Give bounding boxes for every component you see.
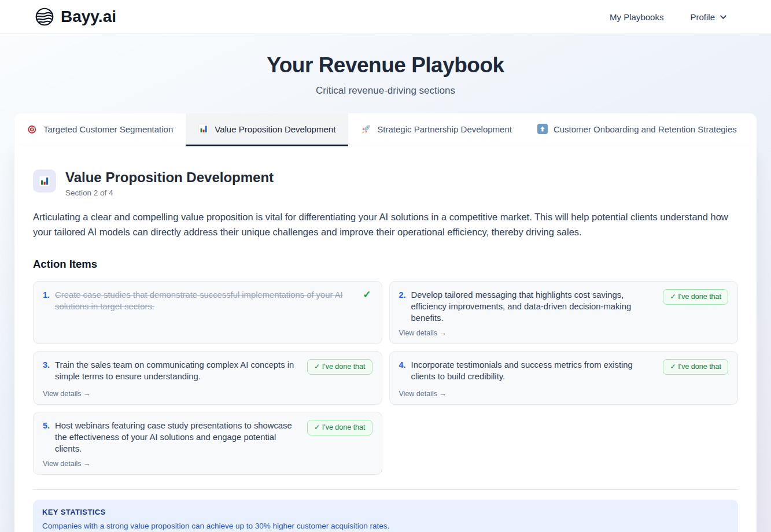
key-statistics-heading: KEY STATISTICS — [42, 508, 729, 516]
action-item-card-4: 4. Incorporate testimonials and success … — [389, 351, 739, 405]
ive-done-that-button[interactable]: ✓ I've done that — [663, 359, 728, 375]
brand-name: Bayy.ai — [61, 8, 116, 26]
section-title: Value Proposition Development — [65, 169, 274, 186]
item-number: 4. — [399, 359, 406, 371]
section-header: Value Proposition Development Section 2 … — [33, 169, 738, 197]
item-number: 5. — [43, 420, 50, 431]
ive-done-that-button[interactable]: ✓ I've done that — [307, 359, 372, 375]
item-number: 3. — [43, 359, 50, 371]
divider — [33, 489, 738, 490]
item-text: Create case studies that demonstrate suc… — [55, 289, 357, 312]
bayy-globe-icon — [35, 7, 54, 27]
item-text: Host webinars featuring case study prese… — [55, 420, 302, 455]
tab-strategic-partnership-development[interactable]: Strategic Partnership Development — [348, 113, 525, 146]
tab-value-proposition-development[interactable]: Value Proposition Development — [186, 113, 348, 146]
ive-done-that-button[interactable]: ✓ I've done that — [307, 420, 372, 435]
page-subtitle: Critical revenue-driving sections — [0, 85, 771, 97]
item-number: 1. — [43, 289, 50, 301]
tab-label: Value Proposition Development — [215, 124, 335, 134]
bar-chart-icon — [198, 124, 209, 134]
top-bar: Bayy.ai My Playbooks Profile — [0, 0, 771, 34]
action-items-grid: 1. Create case studies that demonstrate … — [33, 281, 738, 475]
key-statistics-box: KEY STATISTICS Companies with a strong v… — [33, 500, 738, 532]
target-icon — [27, 124, 38, 134]
action-item-card-3: 3. Train the sales team on communicating… — [33, 351, 382, 405]
profile-label: Profile — [690, 12, 715, 22]
nav-my-playbooks[interactable]: My Playbooks — [610, 12, 663, 22]
section-bar-chart-icon — [33, 169, 56, 193]
playbook-container: Targeted Customer Segmentation Value Pro… — [14, 113, 757, 532]
key-statistics-text: Companies with a strong value propositio… — [42, 522, 729, 530]
brand-logo[interactable]: Bayy.ai — [35, 7, 116, 27]
up-arrow-icon — [537, 124, 548, 134]
section-panel: Value Proposition Development Section 2 … — [14, 146, 757, 532]
section-progress: Section 2 of 4 — [65, 189, 274, 197]
view-details-link[interactable]: View details → — [399, 385, 447, 398]
hero: Your Revenue Playbook Critical revenue-d… — [0, 34, 771, 97]
item-text: Develop tailored messaging that highligh… — [411, 289, 658, 324]
tab-label: Strategic Partnership Development — [377, 124, 512, 134]
view-details-link[interactable]: View details → — [43, 455, 90, 468]
view-details-link[interactable]: View details → — [399, 324, 447, 337]
page-title: Your Revenue Playbook — [0, 53, 771, 77]
action-item-card-1: 1. Create case studies that demonstrate … — [33, 281, 382, 344]
nav-profile-menu[interactable]: Profile — [690, 12, 727, 22]
rocket-icon — [361, 124, 371, 134]
item-text: Incorporate testimonials and success met… — [411, 359, 658, 382]
chevron-down-icon — [720, 13, 727, 21]
item-text: Train the sales team on communicating co… — [55, 359, 302, 382]
section-tabs: Targeted Customer Segmentation Value Pro… — [14, 113, 757, 146]
tab-targeted-customer-segmentation[interactable]: Targeted Customer Segmentation — [14, 113, 186, 146]
completed-check-icon: ✓ — [363, 289, 372, 301]
tab-label: Targeted Customer Segmentation — [43, 124, 173, 134]
view-details-link[interactable]: View details → — [43, 385, 90, 398]
section-description: Articulating a clear and compelling valu… — [33, 209, 731, 239]
ive-done-that-button[interactable]: ✓ I've done that — [663, 289, 728, 305]
item-number: 2. — [399, 289, 406, 301]
action-item-card-5: 5. Host webinars featuring case study pr… — [33, 412, 382, 475]
tab-label: Customer Onboarding and Retention Strate… — [554, 124, 737, 134]
tab-customer-onboarding-retention[interactable]: Customer Onboarding and Retention Strate… — [525, 113, 750, 146]
action-item-card-2: 2. Develop tailored messaging that highl… — [389, 281, 739, 344]
action-items-heading: Action Items — [33, 258, 738, 271]
top-nav: My Playbooks Profile — [610, 12, 727, 22]
